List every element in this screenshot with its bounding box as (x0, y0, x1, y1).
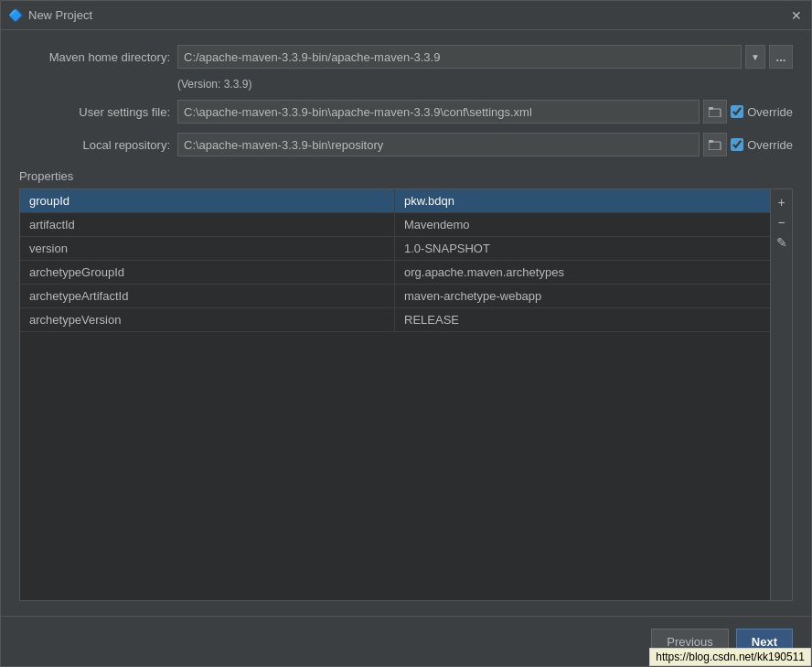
maven-home-browse-btn[interactable]: ... (769, 45, 793, 69)
user-settings-label: User settings file: (19, 105, 170, 119)
maven-home-input-row: ▼ ... (177, 45, 793, 69)
maven-home-dropdown-btn[interactable]: ▼ (745, 45, 765, 69)
svg-rect-2 (709, 142, 721, 150)
prop-val-3: org.apache.maven.archetypes (395, 261, 770, 284)
prop-val-1: Mavendemo (395, 213, 770, 236)
properties-table: groupId pkw.bdqn artifactId Mavendemo ve… (19, 188, 793, 601)
footer: Previous Next https://blog.csdn.net/kk19… (1, 616, 811, 666)
table-row[interactable]: version 1.0-SNAPSHOT (20, 237, 770, 261)
prop-key-2: version (20, 237, 395, 260)
properties-with-actions: groupId pkw.bdqn artifactId Mavendemo ve… (20, 189, 792, 600)
local-repo-input[interactable] (177, 133, 700, 156)
prop-val-5: RELEASE (395, 308, 770, 331)
prop-key-4: archetypeArtifactId (20, 285, 395, 307)
svg-rect-0 (709, 109, 721, 117)
user-settings-browse-btn[interactable] (703, 100, 727, 124)
user-settings-input[interactable] (177, 100, 700, 124)
local-repo-override-checkbox[interactable] (731, 138, 743, 151)
local-repo-input-row: Override (177, 133, 793, 156)
url-tooltip: https://blog.csdn.net/kk190511 (649, 648, 811, 666)
table-actions-col: + − ✎ (770, 189, 792, 600)
properties-list[interactable]: groupId pkw.bdqn artifactId Mavendemo ve… (20, 189, 770, 600)
prop-key-3: archetypeGroupId (20, 261, 395, 284)
prop-key-0: groupId (20, 189, 395, 212)
local-repo-row: Local repository: Override (19, 133, 793, 156)
close-button[interactable]: ✕ (789, 8, 804, 23)
table-row[interactable]: archetypeGroupId org.apache.maven.archet… (20, 261, 770, 285)
prop-val-0: pkw.bdqn (395, 189, 770, 212)
table-row[interactable]: archetypeVersion RELEASE (20, 308, 770, 332)
local-repo-override-label: Override (731, 138, 793, 152)
title-bar: 🔷 New Project ✕ (1, 1, 811, 30)
user-settings-row: User settings file: Override (19, 100, 793, 124)
table-row[interactable]: groupId pkw.bdqn (20, 189, 770, 213)
user-settings-override-checkbox[interactable] (731, 105, 743, 118)
window-title: New Project (28, 8, 92, 22)
properties-section: Properties groupId pkw.bdqn artifactId M… (19, 169, 793, 601)
remove-property-button[interactable]: − (773, 213, 791, 231)
properties-heading: Properties (19, 169, 793, 183)
title-bar-left: 🔷 New Project (8, 8, 92, 23)
maven-home-input[interactable] (177, 45, 742, 69)
user-settings-override-label: Override (731, 105, 793, 119)
prop-key-1: artifactId (20, 213, 395, 236)
table-row[interactable]: artifactId Mavendemo (20, 213, 770, 237)
svg-rect-1 (709, 107, 713, 110)
maven-version-text: (Version: 3.3.9) (19, 78, 793, 91)
local-repo-browse-btn[interactable] (703, 133, 727, 156)
new-project-window: 🔷 New Project ✕ Maven home directory: ▼ … (0, 0, 812, 667)
maven-home-label: Maven home directory: (19, 50, 170, 64)
window-icon: 🔷 (8, 8, 23, 23)
add-property-button[interactable]: + (773, 193, 791, 211)
local-repo-label: Local repository: (19, 138, 170, 152)
user-settings-input-row: Override (177, 100, 793, 124)
svg-rect-3 (709, 140, 713, 143)
prop-val-2: 1.0-SNAPSHOT (395, 237, 770, 260)
edit-property-button[interactable]: ✎ (773, 233, 791, 252)
content-area: Maven home directory: ▼ ... (Version: 3.… (1, 30, 811, 616)
prop-key-5: archetypeVersion (20, 308, 395, 331)
table-row[interactable]: archetypeArtifactId maven-archetype-weba… (20, 285, 770, 308)
maven-home-row: Maven home directory: ▼ ... (19, 45, 793, 69)
prop-val-4: maven-archetype-webapp (395, 285, 770, 307)
